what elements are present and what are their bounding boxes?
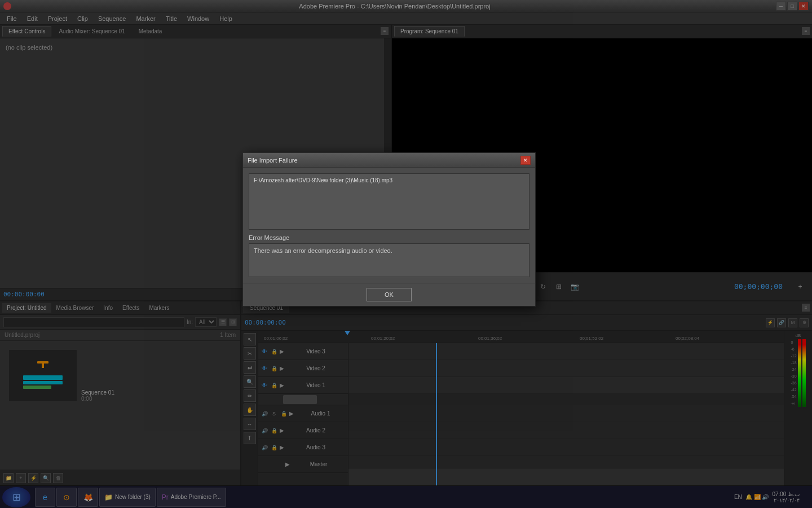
- dialog-file-path: F:\Amozesh after\DVD-9\New folder (3)\Mu…: [249, 173, 529, 230]
- dialog-close-button[interactable]: ✕: [520, 156, 531, 165]
- dialog-ok-button[interactable]: OK: [367, 288, 412, 301]
- dialog-error-label: Error Message: [249, 234, 529, 241]
- file-import-failure-dialog: File Import Failure ✕ F:\Amozesh after\D…: [242, 152, 536, 306]
- dialog-title: File Import Failure: [248, 157, 520, 164]
- dialog-error-section: Error Message There was an error decompr…: [249, 234, 529, 277]
- dialog-title-bar: File Import Failure ✕: [243, 153, 535, 168]
- dialog-body: F:\Amozesh after\DVD-9\New folder (3)\Mu…: [243, 168, 535, 283]
- dialog-footer: OK: [243, 283, 535, 306]
- dialog-error-message: There was an error decompressing audio o…: [249, 243, 529, 277]
- dialog-overlay: File Import Failure ✕ F:\Amozesh after\D…: [0, 0, 812, 508]
